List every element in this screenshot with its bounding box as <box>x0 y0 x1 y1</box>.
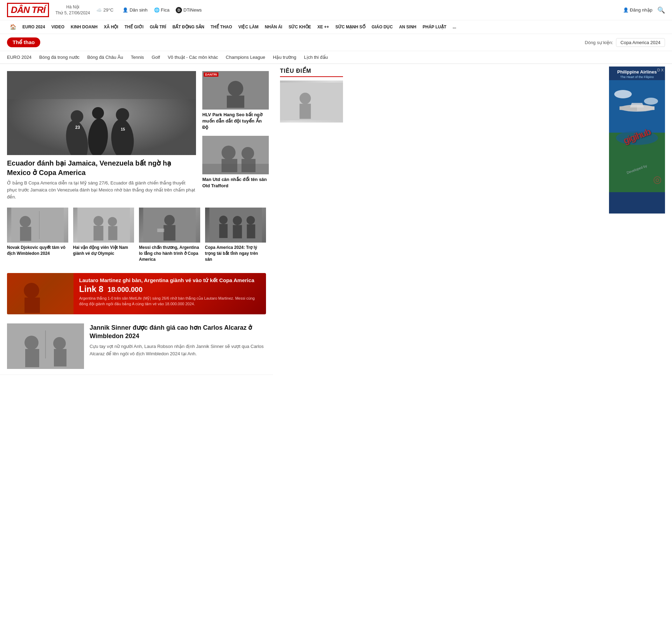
side-thumb-2 <box>202 136 269 174</box>
nav-viec-lam[interactable]: VIỆC LÀM <box>235 21 261 33</box>
grid-item-4[interactable]: Copa America 2024: Trợ lý trọng tài bắt … <box>205 208 266 262</box>
ad-close-button[interactable]: D X <box>657 68 664 72</box>
svg-text:15: 15 <box>121 127 125 131</box>
svg-text:23: 23 <box>75 125 80 130</box>
grid-title-1[interactable]: Novak Djokovic quyết tâm vô địch Wimbled… <box>7 245 68 257</box>
svg-rect-19 <box>202 164 269 174</box>
user-icon: 👤 <box>623 7 629 13</box>
nav-giai-tri[interactable]: GIẢI TRÍ <box>147 21 169 33</box>
svg-point-21 <box>20 216 31 227</box>
nav-euro2024[interactable]: EURO 2024 <box>19 21 48 33</box>
nav-suc-manh-so[interactable]: SỨC MẠNH SỐ <box>332 21 369 33</box>
grid-item-2[interactable]: Hai vận động viên Việt Nam giành vé dự O… <box>73 208 134 262</box>
nav-xe[interactable]: XE ++ <box>314 21 332 33</box>
search-button[interactable]: 🔍 <box>657 6 665 14</box>
main-nav: 🏠 EURO 2024 VIDEO KINH DOANH XÃ HỘI THẾ … <box>0 20 672 34</box>
grid-title-2[interactable]: Hai vận động viên Việt Nam giành vé dự O… <box>73 245 134 257</box>
featured-side-title-2[interactable]: Man Utd cân nhắc đổi tên sân Old Traffor… <box>202 176 269 189</box>
dong-su-kien-tag[interactable]: Copa America 2024 <box>616 38 665 47</box>
svg-rect-32 <box>157 229 164 232</box>
svg-point-15 <box>222 146 236 160</box>
featured-main-image[interactable]: 23 15 <box>7 71 196 155</box>
nav-bat-dong-san[interactable]: BẤT ĐỘNG SẢN <box>169 21 208 33</box>
svg-point-44 <box>24 336 38 350</box>
promo-amount: 18.000.000 <box>107 286 142 293</box>
ad-brand: Philippine Airlines <box>609 67 665 75</box>
sub-nav-hau-truong[interactable]: Hậu trường <box>273 55 296 60</box>
article-row-title[interactable]: Jannik Sinner được đánh giá cao hơn Carl… <box>90 323 266 341</box>
featured-side: DANTRI HLV Park Hang Seo bất ngờ muốn dẫ… <box>202 71 269 201</box>
side-thumb-1: DANTRI <box>202 71 269 110</box>
nav-video[interactable]: VIDEO <box>48 21 68 33</box>
grid-thumb-2 <box>73 208 134 243</box>
nav-an-sinh[interactable]: AN SINH <box>396 21 419 33</box>
sub-nav-champions-league[interactable]: Champions League <box>226 55 265 60</box>
grid-title-4[interactable]: Copa America 2024: Trợ lý trọng tài bắt … <box>205 245 266 262</box>
promo-link-label[interactable]: Link 8 <box>79 284 103 294</box>
svg-point-25 <box>93 216 103 226</box>
featured-main-desc: Ở bảng B Copa America diễn ra tại Mỹ sán… <box>7 180 196 201</box>
sub-nav-bong-da-trong-nuoc[interactable]: Bóng đá trong nước <box>39 55 79 60</box>
featured-main-title[interactable]: Ecuador đánh bại Jamaica, Venezuela bất … <box>7 159 196 177</box>
nav-xa-hoi[interactable]: XÃ HỘI <box>101 21 121 33</box>
dan-sinh-link[interactable]: 👤 Dân sinh <box>122 7 147 13</box>
article-row[interactable]: Jannik Sinner được đánh giá cao hơn Carl… <box>0 318 273 375</box>
nav-the-thao[interactable]: THỂ THAO <box>208 21 235 33</box>
svg-rect-22 <box>20 227 31 241</box>
location-date: Hà Nội Thứ 5, 27/06/2024 <box>55 4 90 16</box>
svg-rect-31 <box>163 225 175 240</box>
svg-rect-45 <box>25 349 39 367</box>
svg-point-12 <box>228 81 243 96</box>
main-layout: 23 15 Ecuador đánh bại Jamaica, Venezuel… <box>0 64 672 375</box>
svg-point-30 <box>164 215 175 225</box>
grid-item-1[interactable]: Novak Djokovic quyết tâm vô địch Wimbled… <box>7 208 68 262</box>
section-badge[interactable]: Thể thao <box>7 37 40 47</box>
grid-thumb-3 <box>139 208 200 243</box>
nav-more[interactable]: ... <box>449 21 459 33</box>
nav-the-gioi[interactable]: THẾ GIỚI <box>121 21 147 33</box>
grid-thumb-1 <box>7 208 68 243</box>
sub-nav-lich-thi-dau[interactable]: Lịch thi đấu <box>304 55 328 60</box>
svg-rect-28 <box>108 226 117 240</box>
nav-nhan-ai[interactable]: NHÂN ÁI <box>261 21 285 33</box>
section-header: Thể thao Dòng sự kiện: Copa America 2024 <box>0 34 672 51</box>
svg-rect-37 <box>233 225 242 238</box>
fica-link[interactable]: 🌐 Fica <box>154 7 170 13</box>
sub-nav-euro2024[interactable]: EURO 2024 <box>7 55 31 60</box>
globe-icon: 🌐 <box>154 7 160 13</box>
sidebar-title: TIÊU ĐIỂM <box>280 68 343 77</box>
promo-content: Lautaro Martinez ghi bàn, Argentina giàn… <box>74 273 266 314</box>
nav-phap-luat[interactable]: PHÁP LUẬT <box>419 21 449 33</box>
nav-kinh-doanh[interactable]: KINH DOANH <box>68 21 101 33</box>
svg-rect-24 <box>77 208 130 243</box>
svg-rect-20 <box>11 208 64 243</box>
weather: ☁️ 29°C <box>96 7 113 13</box>
sub-nav-golf[interactable]: Golf <box>152 55 160 60</box>
featured-side-item-1[interactable]: DANTRI HLV Park Hang Seo bất ngờ muốn dẫ… <box>202 71 269 131</box>
home-icon[interactable]: 🏠 <box>7 20 19 34</box>
header-links: 👤 Dân sinh 🌐 Fica D DTiNews <box>122 7 202 13</box>
grid-thumb-4 <box>205 208 266 243</box>
login-button[interactable]: 👤 Đăng nhập <box>623 7 652 13</box>
svg-rect-49 <box>280 83 343 120</box>
svg-point-17 <box>241 147 254 160</box>
grid-title-3[interactable]: Messi chấn thương, Argentina lo lắng cho… <box>139 245 200 262</box>
sidebar-thumb[interactable] <box>280 81 343 123</box>
svg-point-5 <box>71 110 83 123</box>
dtinews-link[interactable]: D DTiNews <box>176 7 202 13</box>
sub-nav-vo-thuat[interactable]: Võ thuật - Các môn khác <box>168 55 218 60</box>
grid-item-3[interactable]: Messi chấn thương, Argentina lo lắng cho… <box>139 208 200 262</box>
sub-nav-tennis[interactable]: Tennis <box>131 55 144 60</box>
sub-nav-bong-da-chau-au[interactable]: Bóng đá Châu Âu <box>87 55 123 60</box>
promo-banner[interactable]: Lautaro Martinez ghi bàn, Argentina giàn… <box>7 273 266 314</box>
featured-side-item-2[interactable]: Man Utd cân nhắc đổi tên sân Old Traffor… <box>202 136 269 189</box>
svg-point-41 <box>24 283 39 298</box>
logo[interactable]: DÂN TRÍ <box>7 3 49 17</box>
svg-rect-26 <box>93 226 103 240</box>
person-icon: 👤 <box>122 7 128 13</box>
featured-side-title-1[interactable]: HLV Park Hang Seo bất ngờ muốn dẫn dắt đ… <box>202 112 269 131</box>
nav-giao-duc[interactable]: GIÁO DỤC <box>369 21 396 33</box>
nav-suc-khoe[interactable]: SỨC KHỎE <box>285 21 314 33</box>
promo-title: Lautaro Martinez ghi bàn, Argentina giàn… <box>79 277 260 284</box>
svg-point-7 <box>116 108 129 121</box>
